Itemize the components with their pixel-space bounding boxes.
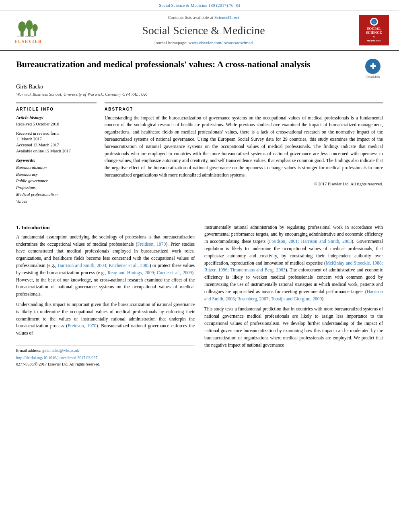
contents-line: Contents lists available at ScienceDirec… xyxy=(48,14,359,21)
svg-rect-4 xyxy=(34,31,36,36)
svg-text:☺: ☺ xyxy=(372,20,376,24)
journal-citation: Social Science & Medicine 180 (2017) 76–… xyxy=(159,3,240,8)
right-para2: This study tests a fundamental predictio… xyxy=(204,306,383,349)
email-link[interactable]: girts.racko@wbs.ac.uk xyxy=(42,348,79,353)
keyword-2: Bureaucracy xyxy=(16,171,97,178)
keyword-1: Bureaucratization xyxy=(16,164,97,171)
article-info-heading: ARTICLE INFO xyxy=(16,107,97,112)
journal-title-header: Social Science & Medicine xyxy=(48,23,359,38)
elsevier-logo: a man standing ELSEVIER xyxy=(8,15,48,45)
sciencedirect-link[interactable]: ScienceDirect xyxy=(214,15,239,20)
received-revised-label: Received in revised form xyxy=(16,131,97,137)
abstract-col: ABSTRACT Understanding the impact of the… xyxy=(105,103,383,205)
keywords-label: Keywords: xyxy=(16,157,97,163)
keyword-4: Professions xyxy=(16,185,97,191)
email-footnote: E-mail address: girts.racko@wbs.ac.uk xyxy=(16,348,195,353)
divider xyxy=(16,211,383,211)
abstract-text: Understanding the impact of the bureaucr… xyxy=(105,115,383,179)
right-para1: instrumentally rational administration b… xyxy=(204,224,383,303)
header-center: Contents lists available at ScienceDirec… xyxy=(48,14,359,46)
available-date: Available online 15 March 2017 xyxy=(16,148,97,154)
body-left-col: 1. Introduction A fundamental assumption… xyxy=(16,224,195,368)
intro-para2: Understanding this impact is important g… xyxy=(16,301,195,337)
accepted-date: Accepted 13 March 2017 xyxy=(16,142,97,148)
article-title-block: Bureaucratization and medical profession… xyxy=(16,59,383,79)
keywords-list: Bureaucratization Bureaucracy Public gov… xyxy=(16,164,97,205)
intro-para1: A fundamental assumption underlying the … xyxy=(16,234,195,298)
abstract-heading: ABSTRACT xyxy=(105,107,383,112)
homepage-link[interactable]: www.elsevier.com/locate/socscimed xyxy=(189,40,253,45)
svg-text:a man standing: a man standing xyxy=(17,35,34,38)
top-bar: Social Science & Medicine 180 (2017) 76–… xyxy=(0,0,399,10)
keyword-3: Public governance xyxy=(16,178,97,185)
crossmark: ✚ CrossMark xyxy=(363,59,383,79)
article-info-col: ARTICLE INFO Article history: Received 5… xyxy=(16,103,97,205)
homepage-line: journal homepage: www.elsevier.com/locat… xyxy=(48,40,359,46)
doi-line[interactable]: http://dx.doi.org/10.1016/j.socscimed.20… xyxy=(16,355,195,361)
footnote-area: E-mail address: girts.racko@wbs.ac.uk ht… xyxy=(16,345,195,367)
svg-point-3 xyxy=(26,21,33,31)
keyword-6: Values xyxy=(16,198,97,205)
elsevier-wordmark: ELSEVIER xyxy=(14,38,42,45)
article-title: Bureaucratization and medical profession… xyxy=(16,59,359,70)
intro-section-title: 1. Introduction xyxy=(16,224,195,231)
author-affiliation: Warwick Business School, University of W… xyxy=(16,91,383,97)
author-name: Girts Racko xyxy=(16,83,383,91)
journal-badge: ☺ SOCIAL SCIENCE & MEDICINE xyxy=(359,15,389,45)
copyright-line: © 2017 Elsevier Ltd. All rights reserved… xyxy=(105,181,383,187)
svg-point-1 xyxy=(18,22,26,33)
revised-date: 11 March 2017 xyxy=(16,136,97,142)
issn-line: 0277-9536/© 2017 Elsevier Ltd. All right… xyxy=(16,362,195,367)
keyword-5: Medical professionalism xyxy=(16,191,97,198)
body-right-col: instrumentally rational administration b… xyxy=(204,224,383,368)
header-right: ☺ SOCIAL SCIENCE & MEDICINE xyxy=(359,15,391,45)
svg-point-5 xyxy=(32,24,37,32)
history-label: Article history: xyxy=(16,115,97,121)
received-date: Received 5 October 2016 xyxy=(16,121,97,127)
header-section: a man standing ELSEVIER Contents lists a… xyxy=(0,10,399,51)
